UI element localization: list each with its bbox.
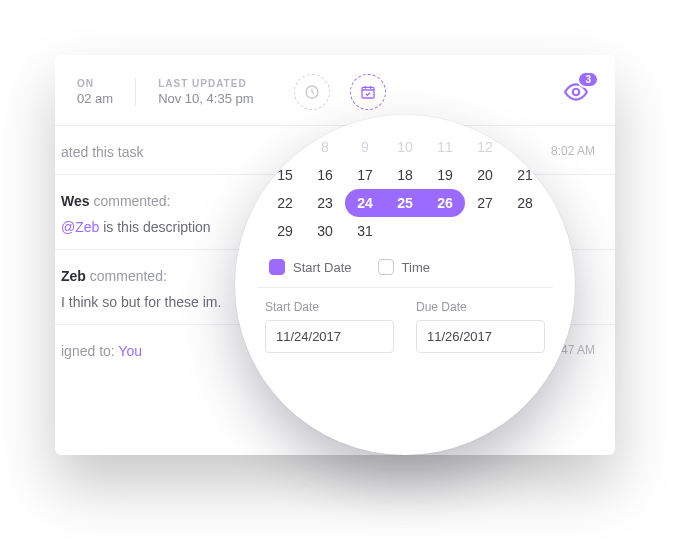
svg-point-2 (573, 89, 580, 96)
calendar-day[interactable]: 16 (305, 161, 345, 189)
calendar-day[interactable]: 9 (345, 133, 385, 161)
date-fields: Start Date 11/24/2017 Due Date 11/26/201… (265, 300, 545, 353)
checkbox-unchecked-icon (378, 259, 394, 275)
calendar-day[interactable]: 17 (345, 161, 385, 189)
assigned-user[interactable]: You (118, 343, 142, 359)
comment-verb: commented: (86, 268, 167, 284)
last-updated-value: Nov 10, 4:35 pm (158, 91, 253, 106)
calendar-day[interactable]: 30 (305, 217, 345, 245)
last-updated-label: LAST UPDATED (158, 78, 253, 89)
time-toggle-label: Time (402, 260, 430, 275)
calendar-day[interactable]: 10 (385, 133, 425, 161)
due-date-input[interactable]: 11/26/2017 (416, 320, 545, 353)
created-on-label: ON (77, 78, 113, 89)
created-on-value: 02 am (77, 91, 113, 106)
divider (257, 287, 553, 288)
calendar-day-in-range[interactable]: 25 (385, 189, 425, 217)
comment-author: Wes (61, 193, 90, 209)
start-date-toggle[interactable]: Start Date (269, 259, 352, 275)
activity-created-text: ated this task (61, 144, 144, 160)
task-header: ON 02 am LAST UPDATED Nov 10, 4:35 pm 3 (55, 55, 615, 126)
comment-body: is this description (99, 219, 210, 235)
calendar-day[interactable]: 23 (305, 189, 345, 217)
calendar-day[interactable]: 28 (505, 189, 545, 217)
calendar-day[interactable]: 11 (425, 133, 465, 161)
comment-author: Zeb (61, 268, 86, 284)
created-on-meta: ON 02 am (55, 78, 136, 106)
calendar-grid: 8 9 10 11 12 13 15 16 17 18 19 20 21 22 … (265, 133, 545, 245)
checkbox-checked-icon (269, 259, 285, 275)
activity-created-time: 8:02 AM (551, 144, 595, 158)
due-date-label: Due Date (416, 300, 545, 314)
user-mention[interactable]: @Zeb (61, 219, 99, 235)
start-date-input[interactable]: 11/24/2017 (265, 320, 394, 353)
svg-rect-1 (362, 87, 374, 98)
calendar-day[interactable]: 31 (345, 217, 385, 245)
clock-icon[interactable] (294, 74, 330, 110)
calendar-day[interactable]: 19 (425, 161, 465, 189)
calendar-day[interactable]: 18 (385, 161, 425, 189)
time-toggle[interactable]: Time (378, 259, 430, 275)
calendar-icon[interactable] (350, 74, 386, 110)
start-date-toggle-label: Start Date (293, 260, 352, 275)
date-picker-popover: 8 9 10 11 12 13 15 16 17 18 19 20 21 22 … (235, 115, 575, 455)
calendar-day[interactable]: 20 (465, 161, 505, 189)
picker-options: Start Date Time (269, 259, 545, 275)
comment-body: I think so but for these im. (61, 294, 221, 310)
last-updated-meta: LAST UPDATED Nov 10, 4:35 pm (136, 78, 275, 106)
calendar-day-start[interactable]: 24 (345, 189, 385, 217)
calendar-day[interactable]: 27 (465, 189, 505, 217)
calendar-day-end[interactable]: 26 (425, 189, 465, 217)
watchers-button[interactable]: 3 (557, 73, 595, 111)
start-date-label: Start Date (265, 300, 394, 314)
header-icons (294, 74, 386, 110)
calendar-day[interactable]: 29 (265, 217, 305, 245)
comment-verb: commented: (90, 193, 171, 209)
calendar-day[interactable]: 22 (265, 189, 305, 217)
watchers-count-badge: 3 (577, 71, 599, 88)
assigned-lead: igned to: (61, 343, 118, 359)
